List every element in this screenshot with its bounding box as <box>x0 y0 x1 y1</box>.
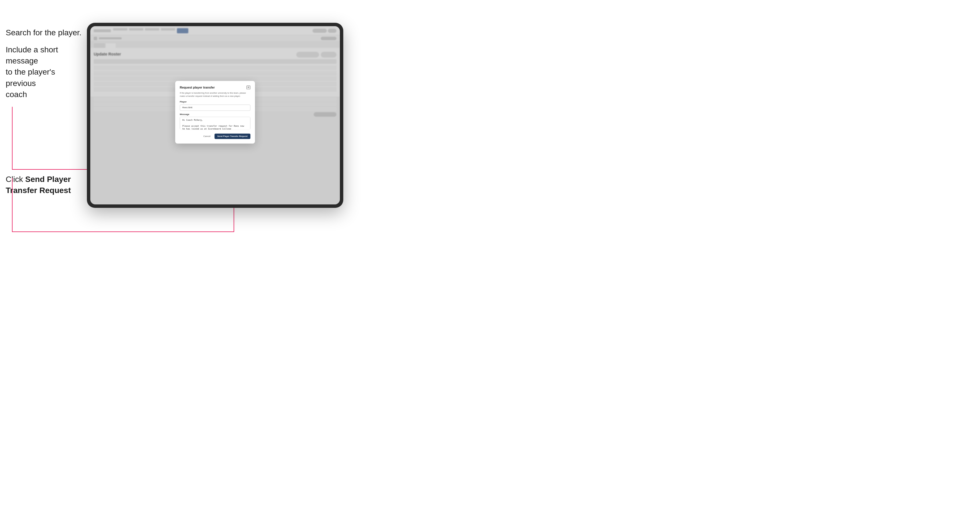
annotation-arrow-2-horiz <box>12 232 234 232</box>
message-label: Message <box>180 113 250 116</box>
modal-close-button[interactable]: × <box>247 86 250 89</box>
annotation-click: Click Send Player Transfer Request <box>6 174 80 196</box>
modal-title: Request player transfer <box>180 86 215 89</box>
modal-footer: Cancel Send Player Transfer Request <box>180 133 250 139</box>
annotation-arrow-1-vertical <box>12 107 13 170</box>
player-label: Player <box>180 100 250 103</box>
modal-header: Request player transfer × <box>180 86 250 89</box>
player-input[interactable] <box>180 105 250 111</box>
annotation-search: Search for the player. <box>6 27 81 38</box>
tablet-screen: Update Roster <box>90 26 340 205</box>
modal-overlay: Request player transfer × If the player … <box>90 26 340 205</box>
modal-description: If the player is transferring from anoth… <box>180 92 250 98</box>
annotation-arrow-2-vert-start <box>12 178 13 232</box>
cancel-button[interactable]: Cancel <box>201 134 213 139</box>
message-textarea[interactable]: Hi Coach McHarg, Please accept this tran… <box>180 117 250 130</box>
tablet-device: Update Roster <box>87 23 343 208</box>
annotation-message: Include a short message to the player's … <box>6 44 80 100</box>
modal-dialog: Request player transfer × If the player … <box>175 81 255 143</box>
send-transfer-request-button[interactable]: Send Player Transfer Request <box>215 133 250 139</box>
